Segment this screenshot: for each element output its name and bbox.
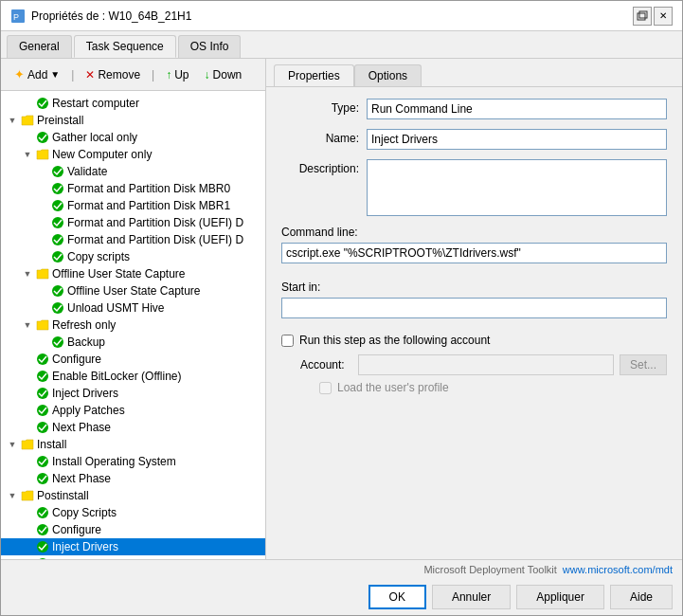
apply-button[interactable]: Appliquer [516, 585, 604, 609]
tree-item-install[interactable]: ▼ Install [1, 436, 265, 453]
folder-icon-preinstall [20, 113, 35, 128]
remove-button[interactable]: ✕ Remove [80, 65, 146, 84]
check-icon-gather [35, 130, 50, 145]
tree-label-preinstall: Preinstall [37, 114, 83, 127]
check-icon-inject-pre [35, 386, 50, 401]
tree-label-next2: Next Phase [52, 472, 111, 485]
run-as-checkbox[interactable] [281, 335, 294, 347]
tree-label-unload: Unload USMT Hive [67, 301, 164, 315]
tree-item-inject-pre[interactable]: Inject Drivers [1, 385, 265, 402]
properties-content: Type: Name: Description: Command line: S [266, 87, 682, 559]
svg-point-11 [52, 251, 63, 263]
tree-item-offline-user[interactable]: ▼ Offline User State Capture [1, 265, 265, 282]
tree-item-format-mbr0[interactable]: Format and Partition Disk MBR0 [1, 180, 265, 197]
check-icon-unload [50, 300, 65, 316]
svg-point-10 [52, 234, 63, 245]
tree-item-gather-local[interactable]: Gather local only [1, 129, 265, 146]
tree-label-validate: Validate [67, 165, 107, 178]
mdt-text: Microsoft Deployment Toolkit [423, 564, 556, 575]
tab-os-info[interactable]: OS Info [178, 35, 242, 58]
cancel-button[interactable]: Annuler [432, 585, 511, 609]
name-input[interactable] [367, 129, 667, 150]
down-icon: ↓ [205, 68, 210, 82]
tree-item-validate[interactable]: Validate [1, 163, 265, 180]
load-profile-row: Load the user's profile [281, 381, 667, 394]
restore-icon [637, 10, 648, 22]
tree-item-bitlocker[interactable]: Enable BitLocker (Offline) [1, 368, 265, 385]
tree-label-format-mbr0: Format and Partition Disk MBR0 [67, 182, 230, 195]
mdt-link[interactable]: www.microsoft.com/mdt [563, 564, 673, 575]
star-icon: ✦ [14, 67, 25, 82]
tree-item-copy-scripts-post[interactable]: Copy Scripts [1, 504, 265, 521]
check-icon-format-mbr1 [50, 198, 65, 213]
tree-item-backup[interactable]: Backup [1, 334, 265, 351]
up-button[interactable]: ↑ Up [160, 65, 194, 84]
down-button[interactable]: ↓ Down [199, 65, 248, 84]
svg-point-16 [37, 371, 48, 382]
separator1: | [71, 68, 74, 82]
tree-label-configure2: Configure [52, 523, 101, 536]
tree-label-offline-cap: Offline User State Capture [67, 284, 201, 298]
tree-item-refresh[interactable]: ▼ Refresh only [1, 317, 265, 334]
tab-general[interactable]: General [7, 35, 72, 58]
tab-task-sequence[interactable]: Task Sequence [74, 35, 176, 58]
tree-item-new-computer[interactable]: ▼ New Computer only [1, 146, 265, 163]
folder-icon-refresh [35, 317, 50, 333]
tree-item-restart[interactable]: Restart computer [1, 95, 265, 112]
task-sequence-tree[interactable]: Restart computer ▼ Preinstall Gather loc… [1, 91, 265, 559]
tree-item-format-mbr1[interactable]: Format and Partition Disk MBR1 [1, 197, 265, 214]
restore-button[interactable] [633, 7, 652, 26]
check-icon-next1 [35, 420, 50, 435]
description-input[interactable] [367, 159, 667, 216]
add-chevron: ▼ [50, 69, 60, 80]
tab-properties[interactable]: Properties [274, 64, 354, 86]
tree-item-configure2[interactable]: Configure [1, 521, 265, 538]
command-line-input[interactable] [281, 243, 667, 263]
check-icon-restart [35, 96, 50, 111]
left-panel: ✦ Add ▼ | ✕ Remove | ↑ Up ↓ Down [1, 59, 266, 559]
add-button[interactable]: ✦ Add ▼ [9, 64, 65, 84]
tree-item-inject-post[interactable]: Inject Drivers [1, 538, 265, 555]
bottom-bar: Microsoft Deployment Toolkit www.microso… [1, 559, 682, 615]
tree-item-install-os[interactable]: Install Operating System [1, 453, 265, 470]
svg-text:P: P [13, 12, 19, 22]
tree-label-copy-post: Copy Scripts [52, 506, 117, 519]
down-label: Down [213, 68, 243, 82]
ok-button[interactable]: OK [368, 585, 426, 609]
check-icon-format-uefi1 [50, 215, 65, 230]
tree-label-gather: Gather local only [52, 131, 137, 144]
svg-point-6 [52, 166, 63, 177]
help-button[interactable]: Aide [610, 585, 673, 609]
tree-label-new-computer: New Computer only [52, 148, 152, 161]
svg-point-12 [52, 285, 63, 297]
tree-item-format-uefi1[interactable]: Format and Partition Disk (UEFI) D [1, 214, 265, 231]
tree-item-apply-patches[interactable]: Apply Patches [1, 402, 265, 419]
check-icon-configure2 [35, 522, 50, 537]
close-button[interactable]: ✕ [654, 7, 673, 26]
tab-options[interactable]: Options [354, 64, 422, 86]
tree-label-install-os: Install Operating System [52, 455, 176, 468]
tree-item-offline-user-cap[interactable]: Offline User State Capture [1, 282, 265, 299]
tree-item-copy-scripts[interactable]: Copy scripts [1, 248, 265, 265]
tree-label-refresh: Refresh only [52, 318, 116, 332]
tree-item-next-phase2[interactable]: Next Phase [1, 470, 265, 487]
svg-point-15 [37, 353, 48, 365]
svg-point-13 [52, 302, 63, 314]
tree-item-next-phase1[interactable]: Next Phase [1, 419, 265, 436]
run-as-label: Run this step as the following account [299, 334, 490, 347]
button-bar: OK Annuler Appliquer Aide [1, 579, 682, 615]
start-in-input[interactable] [281, 298, 667, 318]
tree-label-format-uefi1: Format and Partition Disk (UEFI) D [67, 216, 243, 229]
tree-item-unload-usmt[interactable]: Unload USMT Hive [1, 299, 265, 317]
main-window: P Propriétés de : W10_64B_21H1 ✕ General… [0, 0, 683, 616]
check-icon-validate [50, 164, 65, 179]
type-input[interactable] [367, 99, 667, 119]
svg-point-7 [52, 183, 63, 194]
tree-item-postinstall[interactable]: ▼ Postinstall [1, 487, 265, 504]
description-row: Description: [281, 159, 667, 216]
tree-item-preinstall[interactable]: ▼ Preinstall [1, 112, 265, 129]
tree-item-format-uefi2[interactable]: Format and Partition Disk (UEFI) D [1, 231, 265, 248]
tree-item-configure1[interactable]: Configure [1, 351, 265, 368]
svg-point-22 [37, 507, 48, 518]
tree-label-configure1: Configure [52, 353, 101, 366]
